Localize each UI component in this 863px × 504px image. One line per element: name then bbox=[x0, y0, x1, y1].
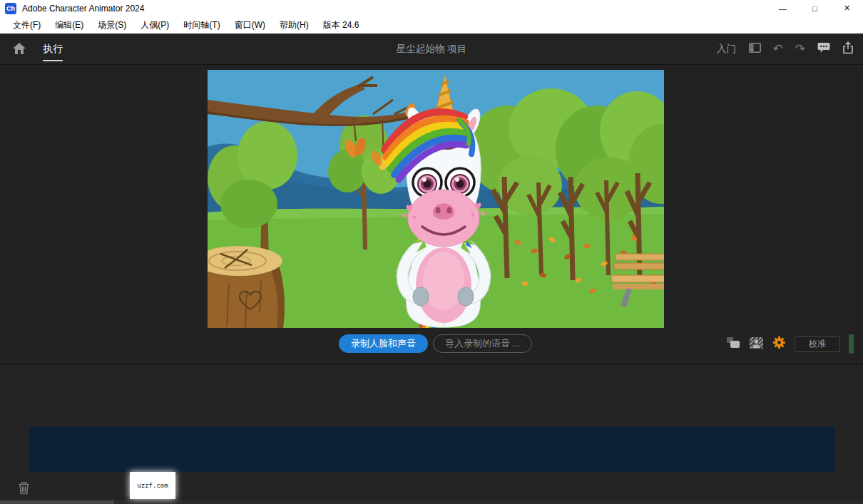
home-icon[interactable] bbox=[12, 42, 26, 58]
horizontal-scrollbar-track[interactable] bbox=[0, 500, 863, 504]
app-window: Ch Adobe Character Animator 2024 — □ ✕ 文… bbox=[0, 0, 863, 504]
menu-version: 版本 24.6 bbox=[316, 16, 367, 34]
menu-help[interactable]: 帮助(H) bbox=[272, 16, 316, 34]
close-button[interactable]: ✕ bbox=[831, 0, 863, 16]
getting-started-label[interactable]: 入门 bbox=[717, 43, 737, 56]
tab-perform-underline bbox=[43, 60, 63, 61]
share-icon[interactable] bbox=[842, 41, 854, 57]
toolbar-right-group: 入门 ↶ ↷ bbox=[717, 34, 854, 64]
title-bar: Ch Adobe Character Animator 2024 — □ ✕ bbox=[0, 0, 863, 16]
app-icon: Ch bbox=[5, 3, 16, 14]
redo-icon[interactable]: ↷ bbox=[795, 43, 805, 55]
window-title: Adobe Character Animator 2024 bbox=[22, 4, 144, 14]
menu-bar: 文件(F) 编辑(E) 场景(S) 人偶(P) 时间轴(T) 窗口(W) 帮助(… bbox=[0, 16, 863, 34]
toolbar: 执行 星尘起始物 项目 入门 ↶ ↷ bbox=[0, 34, 863, 65]
import-recorded-audio-button[interactable]: 导入录制的语音 ... bbox=[433, 334, 532, 353]
menu-file[interactable]: 文件(F) bbox=[6, 16, 48, 34]
record-face-audio-button[interactable]: 录制人脸和声音 bbox=[339, 334, 428, 353]
undo-icon[interactable]: ↶ bbox=[773, 43, 783, 55]
watermark-badge: uzzf.com bbox=[130, 472, 175, 499]
timeline-track[interactable] bbox=[29, 426, 835, 472]
scene-layout-icon[interactable] bbox=[726, 336, 740, 351]
menu-window[interactable]: 窗口(W) bbox=[228, 16, 272, 34]
maximize-button[interactable]: □ bbox=[799, 0, 831, 16]
minimize-button[interactable]: — bbox=[767, 0, 799, 16]
trash-icon[interactable] bbox=[18, 481, 30, 498]
calibrate-button[interactable]: 校准 bbox=[795, 336, 840, 352]
getting-started-panel-icon[interactable] bbox=[749, 43, 761, 56]
main-area: 录制人脸和声音 导入录制的语音 ... bbox=[0, 65, 863, 364]
menu-edit[interactable]: 编辑(E) bbox=[48, 16, 91, 34]
menu-puppet[interactable]: 人偶(P) bbox=[133, 16, 176, 34]
menu-scene[interactable]: 场景(S) bbox=[91, 16, 133, 34]
feedback-icon[interactable] bbox=[817, 42, 830, 56]
settings-icon[interactable] bbox=[772, 336, 786, 352]
stage-canvas[interactable] bbox=[208, 70, 664, 328]
window-controls: — □ ✕ bbox=[767, 0, 863, 16]
horizontal-scrollbar-thumb[interactable] bbox=[0, 500, 114, 504]
menu-timeline[interactable]: 时间轴(T) bbox=[176, 16, 227, 34]
audio-level-meter bbox=[849, 334, 854, 354]
camera-input-icon[interactable] bbox=[749, 336, 764, 352]
tree-stump bbox=[208, 246, 285, 328]
stage-tools-group: 校准 bbox=[726, 334, 854, 354]
